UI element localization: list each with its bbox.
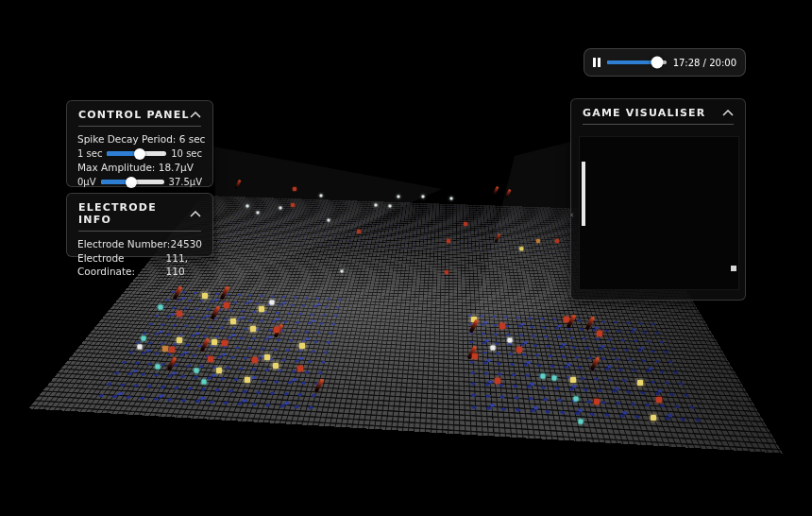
spike-decay-slider[interactable]	[107, 151, 166, 156]
playback-slider[interactable]	[607, 60, 667, 64]
amp-max-label: 37.5µV	[169, 177, 202, 187]
chevron-up-icon[interactable]	[722, 110, 734, 116]
electrode-number-row: Electrode Number: 24530	[67, 237, 212, 251]
game-visualiser-panel: GAME VISUALISER ‹	[570, 98, 746, 301]
electrode-number-label: Electrode Number:	[77, 237, 170, 251]
electrode-number-value: 24530	[171, 237, 202, 251]
electrode-coordinate-value: 111, 110	[166, 251, 202, 279]
control-panel-title: CONTROL PANEL	[78, 109, 190, 121]
divider	[78, 126, 201, 127]
decay-max-label: 10 sec	[171, 148, 202, 159]
chevron-left-icon: ‹	[570, 211, 574, 219]
pong-game-area	[579, 136, 739, 290]
electrode-coordinate-row: Electrode Coordinate: 111, 110	[67, 251, 212, 279]
spike-marker	[450, 198, 453, 200]
pong-ball	[731, 266, 736, 271]
pong-paddle	[582, 162, 585, 226]
electrode-cluster-right	[463, 310, 706, 428]
spike-marker	[320, 195, 323, 198]
spike-marker	[398, 196, 400, 198]
electrode-coordinate-label: Electrode Coordinate:	[77, 251, 166, 279]
control-panel: CONTROL PANEL Spike Decay Period: 6 sec …	[66, 100, 213, 187]
game-visualiser-header[interactable]: GAME VISUALISER	[571, 99, 745, 124]
max-amplitude-label: Max Amplitude: 18.7µV	[67, 161, 212, 175]
spike-marker	[504, 189, 511, 198]
pause-button[interactable]	[593, 58, 601, 67]
amplitude-slider-knob[interactable]	[126, 177, 137, 188]
game-visualiser-title: GAME VISUALISER	[583, 107, 705, 119]
playback-slider-fill	[607, 60, 657, 64]
electrode-cluster-left	[88, 286, 350, 416]
spike-marker	[234, 180, 241, 189]
spike-decay-label: Spike Decay Period: 6 sec	[67, 132, 212, 146]
playback-time: 17:28 / 20:00	[673, 58, 736, 68]
control-panel-header[interactable]: CONTROL PANEL	[67, 101, 212, 126]
playback-slider-knob[interactable]	[651, 57, 663, 69]
electrode-cluster-far	[213, 198, 603, 259]
playback-bar: 17:28 / 20:00	[584, 48, 746, 77]
spike-marker	[492, 186, 499, 196]
chevron-up-icon[interactable]	[190, 211, 201, 217]
spike-marker	[422, 196, 425, 198]
electrode-info-header[interactable]: ELECTRODE INFO	[67, 194, 212, 231]
divider	[78, 231, 201, 232]
electrode-info-panel: ELECTRODE INFO Electrode Number: 24530 E…	[66, 193, 213, 257]
spike-marker	[293, 187, 296, 191]
amp-min-label: 0µV	[77, 177, 96, 187]
amplitude-slider[interactable]	[101, 180, 164, 184]
decay-min-label: 1 sec	[77, 148, 102, 159]
chevron-up-icon[interactable]	[190, 112, 201, 118]
divider	[583, 124, 734, 125]
electrode-info-title: ELECTRODE INFO	[78, 201, 190, 226]
spike-decay-slider-knob[interactable]	[134, 148, 145, 160]
